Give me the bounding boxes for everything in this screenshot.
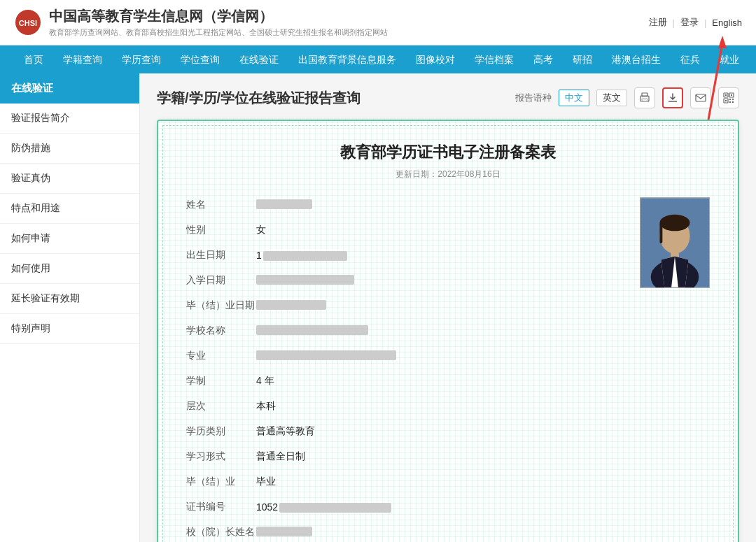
field-label-name: 姓名 bbox=[186, 199, 256, 211]
field-value-name bbox=[256, 199, 626, 211]
svg-point-21 bbox=[659, 215, 690, 231]
page-header: 学籍/学历/学位在线验证报告查询 报告语种 中文 英文 bbox=[157, 87, 739, 108]
content-wrapper: 在线验证 验证报告简介 防伪措施 验证真伪 特点和用途 如何申请 如何使用 延长… bbox=[0, 73, 756, 542]
field-value-grad-date bbox=[256, 300, 626, 312]
field-label-cert-number: 证书编号 bbox=[186, 501, 256, 513]
field-value-study-years: 4 年 bbox=[256, 375, 626, 387]
chsi-logo-icon: CHSI bbox=[14, 8, 42, 36]
svg-rect-9 bbox=[725, 94, 727, 96]
svg-rect-14 bbox=[729, 101, 731, 103]
sidebar-item-disclaimer[interactable]: 特别声明 bbox=[0, 314, 139, 344]
nav-archive[interactable]: 学信档案 bbox=[465, 45, 524, 73]
download-icon-btn[interactable] bbox=[662, 87, 683, 108]
svg-rect-15 bbox=[732, 101, 734, 103]
field-school: 学校名称 bbox=[186, 323, 626, 338]
lang-chinese-btn[interactable]: 中文 bbox=[559, 90, 589, 106]
field-label-grad-status: 毕（结）业 bbox=[186, 476, 256, 488]
field-label-major: 专业 bbox=[186, 350, 256, 362]
field-label-principal: 校（院）长姓名 bbox=[186, 526, 256, 539]
field-value-grad-status: 毕业 bbox=[256, 476, 626, 488]
field-study-years: 学制 4 年 bbox=[186, 373, 626, 389]
nav-jiuye[interactable]: 就业 bbox=[710, 45, 749, 73]
sidebar-item-extend[interactable]: 延长验证有效期 bbox=[0, 284, 139, 314]
svg-rect-13 bbox=[732, 99, 734, 100]
divider-2: | bbox=[704, 17, 706, 28]
nav-yanzhao[interactable]: 研招 bbox=[563, 45, 602, 73]
field-value-cert-number: 1052 bbox=[256, 501, 626, 513]
field-study-form: 学习形式 普通全日制 bbox=[186, 449, 626, 464]
sidebar-item-how-apply[interactable]: 如何申请 bbox=[0, 224, 139, 254]
field-label-birthdate: 出生日期 bbox=[186, 249, 256, 262]
sidebar: 在线验证 验证报告简介 防伪措施 验证真伪 特点和用途 如何申请 如何使用 延长… bbox=[0, 73, 140, 542]
cert-photo bbox=[640, 197, 710, 288]
field-value-edu-type: 普通高等教育 bbox=[256, 425, 626, 438]
field-level: 层次 本科 bbox=[186, 399, 626, 414]
field-label-edu-type: 学历类别 bbox=[186, 425, 256, 438]
svg-rect-11 bbox=[725, 100, 727, 101]
nav-gangao[interactable]: 港澳台招生 bbox=[602, 45, 671, 73]
nav-xuewei[interactable]: 学位查询 bbox=[171, 45, 230, 73]
certificate-card: 教育部学历证书电子注册备案表 更新日期：2022年08月16日 姓名 bbox=[157, 120, 739, 542]
english-link[interactable]: English bbox=[712, 17, 742, 28]
field-grad-date: 毕（结）业日期 bbox=[186, 298, 626, 313]
print-icon-btn[interactable] bbox=[634, 87, 655, 108]
nav-overseas[interactable]: 出国教育背景信息服务 bbox=[288, 45, 406, 73]
cert-area-wrapper: 教育部学历证书电子注册备案表 更新日期：2022年08月16日 姓名 bbox=[157, 120, 739, 542]
svg-rect-12 bbox=[729, 99, 731, 100]
header-title-block: 中国高等教育学生信息网（学信网） 教育部学历查询网站、教育部高校招生阳光工程指定… bbox=[49, 7, 388, 38]
qrcode-icon-btn[interactable] bbox=[718, 87, 739, 108]
site-subtitle: 教育部学历查询网站、教育部高校招生阳光工程指定网站、全国硕士研究生招生报名和调剂… bbox=[49, 27, 388, 38]
nav-xuji[interactable]: 学籍查询 bbox=[53, 45, 112, 73]
lang-english-btn[interactable]: 英文 bbox=[596, 90, 627, 106]
sidebar-item-intro[interactable]: 验证报告简介 bbox=[0, 104, 139, 134]
cert-body: 姓名 性别 女 出生日期 bbox=[186, 197, 710, 542]
login-link[interactable]: 登录 bbox=[680, 16, 699, 29]
field-label-level: 层次 bbox=[186, 400, 256, 413]
main-content: 学籍/学历/学位在线验证报告查询 报告语种 中文 英文 bbox=[140, 73, 756, 542]
person-photo-svg bbox=[640, 197, 709, 288]
field-value-school bbox=[256, 325, 626, 337]
field-value-gender: 女 bbox=[256, 224, 626, 236]
field-value-study-form: 普通全日制 bbox=[256, 450, 626, 463]
page-toolbar: 报告语种 中文 英文 bbox=[515, 87, 739, 108]
field-label-gender: 性别 bbox=[186, 224, 256, 236]
nav-image[interactable]: 图像校对 bbox=[406, 45, 465, 73]
svg-rect-5 bbox=[696, 94, 706, 101]
sidebar-item-verify-real[interactable]: 验证真伪 bbox=[0, 164, 139, 194]
field-label-study-years: 学制 bbox=[186, 375, 256, 387]
field-value-birthdate: 1 bbox=[256, 250, 626, 261]
field-value-major bbox=[256, 350, 626, 362]
sidebar-item-features[interactable]: 特点和用途 bbox=[0, 194, 139, 224]
field-value-level: 本科 bbox=[256, 400, 626, 413]
field-edu-type: 学历类别 普通高等教育 bbox=[186, 424, 626, 439]
divider-1: | bbox=[673, 17, 675, 28]
field-label-school: 学校名称 bbox=[186, 325, 256, 337]
cert-update-date: 更新日期：2022年08月16日 bbox=[186, 169, 710, 180]
header: CHSI 中国高等教育学生信息网（学信网） 教育部学历查询网站、教育部高校招生阳… bbox=[0, 0, 756, 45]
field-grad-status: 毕（结）业 毕业 bbox=[186, 474, 626, 490]
sidebar-item-anti-fake[interactable]: 防伪措施 bbox=[0, 134, 139, 164]
page-title: 学籍/学历/学位在线验证报告查询 bbox=[157, 89, 360, 108]
register-link[interactable]: 注册 bbox=[649, 16, 667, 29]
field-major: 专业 bbox=[186, 348, 626, 364]
nav-zhengbing[interactable]: 征兵 bbox=[671, 45, 710, 73]
field-enroll-date: 入学日期 bbox=[186, 273, 626, 288]
nav-xueli[interactable]: 学历查询 bbox=[112, 45, 171, 73]
svg-rect-4 bbox=[642, 99, 648, 101]
field-value-principal bbox=[256, 527, 626, 539]
field-label-grad-date: 毕（结）业日期 bbox=[186, 299, 256, 312]
email-icon-btn[interactable] bbox=[690, 87, 711, 108]
site-title: 中国高等教育学生信息网（学信网） bbox=[49, 7, 388, 26]
nav-xuezhipingtai[interactable]: 学职平台 bbox=[749, 45, 756, 73]
nav-verify[interactable]: 在线验证 bbox=[230, 45, 288, 73]
field-name: 姓名 bbox=[186, 197, 626, 213]
cert-content: 教育部学历证书电子注册备案表 更新日期：2022年08月16日 姓名 bbox=[186, 142, 710, 542]
cert-fields: 姓名 性别 女 出生日期 bbox=[186, 197, 626, 542]
nav-home[interactable]: 首页 bbox=[14, 45, 53, 73]
svg-text:CHSI: CHSI bbox=[19, 19, 37, 27]
sidebar-header: 在线验证 bbox=[0, 73, 139, 104]
sidebar-item-how-use[interactable]: 如何使用 bbox=[0, 254, 139, 284]
header-links: 注册 | 登录 | English bbox=[649, 16, 742, 29]
nav-gaokao[interactable]: 高考 bbox=[524, 45, 563, 73]
cert-title: 教育部学历证书电子注册备案表 bbox=[186, 142, 710, 163]
